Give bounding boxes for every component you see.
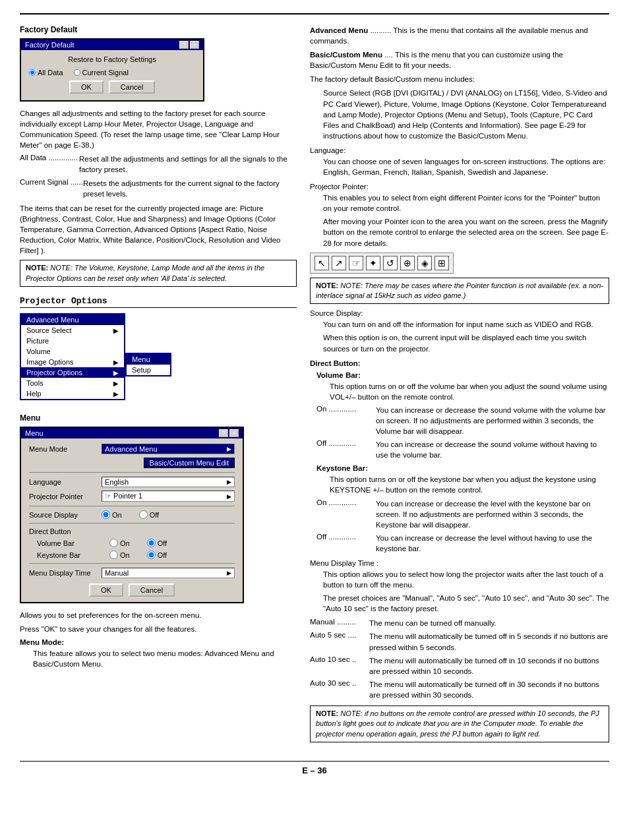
- ptr-icon-7: ◈: [417, 256, 432, 270]
- current-signal-radio-label[interactable]: Current Signal: [74, 69, 129, 76]
- tools-arrow: ▶: [113, 380, 119, 387]
- projector-options-section: Projector Options Advanced Menu Source S…: [20, 296, 297, 669]
- sep2: [29, 506, 235, 506]
- source-off-radio[interactable]: [139, 510, 148, 519]
- menu-display-row: Menu Display Time Manual ▶: [29, 568, 235, 578]
- key-off-def: You can increase or decrease the level w…: [376, 533, 609, 554]
- menu-item-help[interactable]: Help ▶: [21, 388, 124, 399]
- source-display-desc2: When this option is on, the current inpu…: [323, 332, 609, 353]
- basic-custom-dots: ....: [384, 51, 395, 59]
- current-signal-radio[interactable]: [74, 69, 80, 76]
- menu-display-control[interactable]: Manual ▶: [102, 568, 235, 578]
- source-on-label[interactable]: On: [102, 510, 122, 519]
- manual-def: The menu can be turned off manually.: [369, 618, 609, 628]
- key-on-radio[interactable]: [109, 551, 118, 559]
- ptr-icon-1: ↖: [314, 256, 329, 270]
- language-control[interactable]: English ▶: [102, 477, 235, 487]
- factory-default-ok-btn[interactable]: OK: [69, 80, 104, 94]
- menu-item-projector-options[interactable]: Projector Options ▶: [21, 367, 124, 378]
- keystone-bar-row: Keystone Bar On Off: [37, 551, 235, 559]
- vol-on-label[interactable]: On: [109, 539, 130, 547]
- page-footer: E – 36: [20, 761, 609, 775]
- factory-default-buttons: OK Cancel: [29, 80, 195, 94]
- key-off-label[interactable]: Off: [147, 551, 167, 559]
- direct-button-section: Direct Button: Volume Bar: This option t…: [310, 359, 609, 554]
- volume-bar-radios: On Off: [109, 539, 177, 547]
- menu-help-btn[interactable]: ?: [219, 429, 228, 437]
- all-data-radio[interactable]: [29, 69, 36, 76]
- menu-item-volume[interactable]: Volume: [21, 346, 124, 357]
- vol-off-label[interactable]: Off: [147, 539, 167, 547]
- key-on-def: You can increase or decrease the level w…: [376, 498, 609, 530]
- menu-mode-label: Menu Mode: [29, 445, 102, 453]
- dialog-close-btn[interactable]: ×: [190, 41, 199, 49]
- all-data-item: All Data .............. Reset all the ad…: [20, 154, 297, 175]
- keystone-bar-desc: This option turns on or off the keystone…: [330, 474, 609, 495]
- menu-mode-arrow: ▶: [227, 446, 231, 452]
- menu-item-tools[interactable]: Tools ▶: [21, 378, 124, 388]
- factory-default-cancel-btn[interactable]: Cancel: [109, 80, 155, 94]
- volume-bar-title: Volume Bar:: [316, 371, 609, 379]
- menu-item-source-select[interactable]: Source Select ▶: [21, 325, 124, 336]
- source-display-label: Source Display: [29, 511, 102, 519]
- ptr-icon-6: ⊕: [400, 256, 415, 270]
- language-arrow: ▶: [227, 479, 231, 485]
- submenu-menu[interactable]: Menu: [127, 354, 170, 365]
- menu-display-arrow: ▶: [227, 570, 231, 576]
- key-on-label[interactable]: On: [109, 551, 130, 559]
- key-on-term: On .............: [316, 498, 376, 530]
- menu-section-title: Menu: [20, 413, 297, 423]
- basic-custom-btn[interactable]: Basic/Custom Menu Edit: [144, 458, 235, 468]
- key-off-radio[interactable]: [147, 551, 156, 559]
- factory-default-dialog-title: Factory Default: [25, 41, 75, 49]
- vol-on-radio[interactable]: [109, 539, 118, 547]
- auto10-term: Auto 10 sec ..: [310, 655, 369, 676]
- source-off-label[interactable]: Off: [139, 510, 159, 519]
- dialog-help-btn[interactable]: ?: [179, 41, 189, 49]
- menu-mode-desc-text: This feature allows you to select two me…: [33, 648, 297, 669]
- menu-item-image-options[interactable]: Image Options ▶: [21, 357, 124, 367]
- ptr-icon-4: ✦: [366, 256, 380, 270]
- projector-pointer-control[interactable]: ☞ Pointer 1 ▶: [102, 491, 235, 502]
- factory-default-section: Factory Default Factory Default ? × Rest…: [20, 25, 297, 287]
- restore-text: Restore to Factory Settings: [29, 55, 195, 63]
- menu-mode-desc-title: Menu Mode:: [20, 638, 297, 646]
- main-content: Factory Default Factory Default ? × Rest…: [20, 25, 609, 748]
- pointer-icons-row: ↖ ↗ ☞ ✦ ↺ ⊕ ◈ ⊞: [310, 253, 454, 274]
- menu-ok-btn[interactable]: OK: [89, 584, 123, 597]
- projector-options-menu: Advanced Menu Source Select ▶ Picture Vo…: [20, 313, 125, 400]
- all-data-radio-label[interactable]: All Data: [29, 69, 63, 76]
- auto10-def: The menu will automatically be turned of…: [369, 655, 609, 676]
- manual-term: Manual .........: [310, 618, 369, 628]
- factory-default-content: Restore to Factory Settings All Data Cur…: [21, 50, 203, 100]
- source-display-radios: On Off: [102, 510, 169, 519]
- menu-dialog-titlebar: Menu ? ×: [21, 428, 243, 438]
- current-signal-def: Resets the adjustments for the current s…: [83, 178, 297, 199]
- page: Factory Default Factory Default ? × Rest…: [0, 0, 629, 840]
- vol-off-radio[interactable]: [147, 539, 156, 547]
- menu-item-picture[interactable]: Picture: [21, 336, 124, 346]
- page-number: E – 36: [302, 765, 327, 775]
- help-arrow: ▶: [113, 390, 119, 398]
- menu-body1: Allows you to set preferences for the on…: [20, 610, 297, 620]
- volume-bar-row: Volume Bar On Off: [37, 539, 235, 547]
- basic-custom-row: Basic/Custom Menu Edit: [29, 458, 235, 468]
- all-data-label: All Data: [38, 69, 63, 76]
- volume-bar-desc: This option turns on or off the volume b…: [330, 381, 609, 402]
- menu-cancel-btn[interactable]: Cancel: [129, 584, 175, 597]
- menu-mode-control[interactable]: Advanced Menu ▶: [102, 444, 235, 454]
- dialog-controls: ? ×: [179, 41, 199, 49]
- factory-default-text: The factory default Basic/Custom menu in…: [310, 75, 475, 83]
- menu-item-advanced-menu[interactable]: Advanced Menu: [21, 315, 124, 325]
- menu-display-presets: The preset choices are "Manual", "Auto 5…: [323, 593, 609, 614]
- submenu-setup[interactable]: Setup: [127, 365, 170, 375]
- sep4: [29, 563, 235, 564]
- source-display-section: Source Display: You can turn on and off …: [310, 309, 609, 353]
- sep1: [29, 472, 235, 473]
- source-on-radio[interactable]: [102, 510, 110, 519]
- radio-row: All Data Current Signal: [29, 69, 195, 76]
- final-note-text: NOTE: if no buttons on the remote contro…: [316, 709, 599, 738]
- basic-custom-label: Basic/Custom Menu: [310, 51, 382, 59]
- final-note-label: NOTE:: [316, 709, 338, 717]
- menu-close-btn[interactable]: ×: [229, 429, 239, 437]
